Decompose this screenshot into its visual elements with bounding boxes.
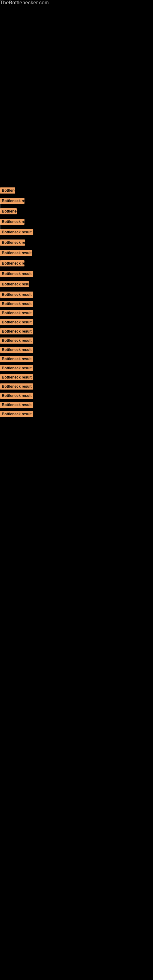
bottleneck-label[interactable]: Bottleneck result xyxy=(0,198,24,204)
list-item: Bottleneck result xyxy=(0,259,153,269)
bottleneck-label[interactable]: Bottleneck result xyxy=(0,271,33,277)
bottleneck-label[interactable]: Bottleneck result xyxy=(0,310,33,316)
bottleneck-label[interactable]: Bottleneck result xyxy=(0,250,32,256)
list-item: Bottleneck result xyxy=(0,280,153,290)
bottleneck-label[interactable]: Bottleneck result xyxy=(0,328,33,334)
bottleneck-label[interactable]: Bottleneck result xyxy=(0,411,33,417)
list-item: Bottleneck result xyxy=(0,410,153,418)
list-item: Bottleneck result xyxy=(0,327,153,336)
bottleneck-label[interactable]: Bottleneck result xyxy=(0,337,33,344)
list-item: Bottleneck result xyxy=(0,336,153,345)
list-item: Bottleneck result xyxy=(0,309,153,317)
list-item: Bottleneck result xyxy=(0,238,153,248)
bottleneck-label[interactable]: Bottleneck result xyxy=(0,374,33,380)
bottleneck-label[interactable]: Bottleneck result xyxy=(0,319,33,325)
list-item: Bottleneck result xyxy=(0,197,153,207)
bottleneck-label[interactable]: Bottleneck result xyxy=(0,240,25,246)
bottleneck-label[interactable]: Bottleneck result xyxy=(0,365,33,371)
bottleneck-label[interactable]: Bottleneck result xyxy=(0,402,33,408)
list-item: Bottleneck result xyxy=(0,355,153,363)
bottleneck-label[interactable]: Bottleneck result xyxy=(0,219,24,225)
bottleneck-label[interactable]: Bottleneck result xyxy=(0,260,24,266)
chart-area xyxy=(0,5,153,183)
list-item: Bottleneck result xyxy=(0,269,153,279)
bottleneck-label[interactable]: Bottleneck result xyxy=(0,229,33,235)
bottleneck-label[interactable]: Bottleneck result xyxy=(0,291,33,298)
list-item: Bottleneck result xyxy=(0,249,153,258)
bottleneck-label[interactable]: Bottleneck result xyxy=(0,188,15,194)
bottleneck-label[interactable]: Bottleneck result xyxy=(0,281,29,287)
bottleneck-label[interactable]: Bottleneck result xyxy=(0,208,17,215)
bottleneck-label[interactable]: Bottleneck result xyxy=(0,356,33,362)
bottleneck-label[interactable]: Bottleneck result xyxy=(0,301,33,307)
bottleneck-label[interactable]: Bottleneck result xyxy=(0,393,33,399)
list-item: Bottleneck result xyxy=(0,318,153,326)
bottleneck-label[interactable]: Bottleneck result xyxy=(0,383,33,390)
list-item: Bottleneck result xyxy=(0,186,153,196)
bottleneck-list: Bottleneck resultBottleneck resultBottle… xyxy=(0,186,153,418)
list-item: Bottleneck result xyxy=(0,401,153,409)
list-item: Bottleneck result xyxy=(0,391,153,400)
site-title-bar: TheBottlenecker.com xyxy=(0,0,153,5)
list-item: Bottleneck result xyxy=(0,345,153,354)
list-item: Bottleneck result xyxy=(0,373,153,382)
list-item: Bottleneck result xyxy=(0,364,153,372)
list-item: Bottleneck result xyxy=(0,207,153,217)
list-item: Bottleneck result xyxy=(0,299,153,308)
list-item: Bottleneck result xyxy=(0,290,153,299)
list-item: Bottleneck result xyxy=(0,218,153,227)
bottleneck-label[interactable]: Bottleneck result xyxy=(0,347,33,353)
list-item: Bottleneck result xyxy=(0,228,153,238)
list-item: Bottleneck result xyxy=(0,382,153,391)
site-title: TheBottlenecker.com xyxy=(0,0,49,5)
